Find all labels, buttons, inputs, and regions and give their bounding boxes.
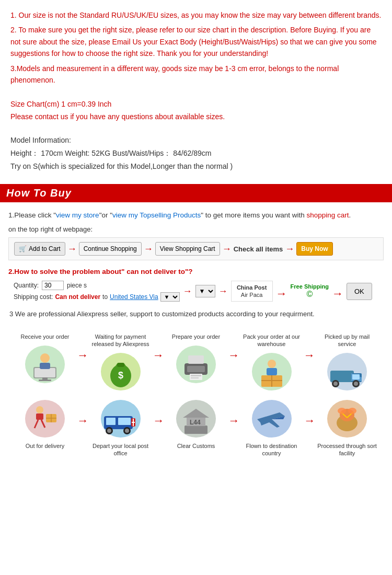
flow-label-receive: Receive your order bbox=[21, 333, 70, 340]
quantity-input[interactable] bbox=[42, 281, 64, 290]
flow-label-plane: Flown to destination country bbox=[240, 442, 303, 457]
svg-rect-17 bbox=[191, 375, 201, 376]
svg-text:L44: L44 bbox=[190, 419, 201, 426]
top-right-note: on the top right of webpage: bbox=[8, 225, 384, 233]
cart-icon: 🛒 bbox=[19, 245, 27, 252]
flow-item-payment: Waiting for payment released by Aliexpre… bbox=[89, 333, 152, 393]
arrow-double-2: → bbox=[218, 286, 228, 297]
flow-arrow-1: → bbox=[77, 349, 88, 362]
size-chart-section: Size Chart(cm) 1 cm=0.39 Inch Please con… bbox=[0, 94, 392, 129]
banner-line bbox=[77, 192, 386, 194]
flow-icon-plane bbox=[248, 398, 295, 440]
how-to-buy-banner: How To Buy bbox=[0, 184, 392, 202]
flow-icon-depart bbox=[97, 398, 144, 440]
flow-label-delivery: Out for delivery bbox=[26, 442, 65, 450]
size-notes-section: 1. Our size is not the Standard RU/US/UK… bbox=[0, 0, 392, 94]
buy-now-button[interactable]: Buy Now bbox=[296, 242, 332, 256]
flow-label-payment: Waiting for payment released by Aliexpre… bbox=[89, 333, 152, 348]
svg-rect-3 bbox=[42, 377, 48, 380]
flow-label-customs: Clear Customs bbox=[177, 442, 215, 450]
flow-icon-pack bbox=[248, 351, 295, 393]
svg-rect-21 bbox=[267, 368, 277, 375]
note-1: 1. Our size is not the Standard RU/US/UK… bbox=[10, 9, 382, 21]
model-info-label: Model Information: bbox=[10, 134, 382, 147]
shipping-cost-label: Shipping cost: bbox=[14, 293, 53, 301]
flow-arrow-3: → bbox=[228, 349, 239, 362]
shipping-dropdown[interactable]: ▼ bbox=[160, 292, 180, 302]
flow-arrow-6: ← bbox=[153, 414, 164, 428]
note-2: 2. To make sure you get the right size, … bbox=[10, 24, 382, 59]
shopping-cart-link[interactable]: shopping cart bbox=[306, 211, 349, 219]
arrow-double-1: → bbox=[183, 286, 192, 297]
svg-point-33 bbox=[354, 382, 358, 386]
arrow-double-3: → bbox=[276, 287, 287, 301]
svg-rect-16 bbox=[190, 374, 202, 380]
svg-rect-44 bbox=[106, 418, 116, 425]
quantity-label: Quantity: bbox=[14, 282, 39, 289]
step2-suffix: "? bbox=[185, 268, 193, 275]
flow-icon-sort bbox=[324, 398, 371, 440]
size-chart-line2: Please contact us if you have any questi… bbox=[10, 111, 382, 123]
step3-text: 3 We are professional Aliexpress seller,… bbox=[8, 309, 384, 319]
to-label: to bbox=[102, 293, 108, 301]
flow-icon-receive bbox=[21, 343, 68, 385]
step1-or: "or " bbox=[99, 211, 112, 219]
china-post-box: China Post Air Paca bbox=[231, 281, 273, 302]
view-shopping-cart-button[interactable]: View Shopping Cart bbox=[155, 242, 220, 256]
svg-point-35 bbox=[36, 406, 43, 413]
ok-label: OK bbox=[354, 288, 364, 295]
svg-rect-29 bbox=[352, 374, 360, 380]
us-via-label: United States Via bbox=[110, 293, 158, 301]
flow-arrow-7: ← bbox=[228, 414, 239, 428]
svg-point-5 bbox=[40, 353, 50, 363]
flow-item-plane: Flown to destination country bbox=[240, 398, 303, 461]
svg-rect-6 bbox=[40, 363, 50, 369]
continue-shopping-label: Continue Shopping bbox=[84, 245, 137, 252]
step2-prefix: 2.How to solve the problem about" bbox=[8, 268, 126, 275]
arrow-3: → bbox=[222, 244, 232, 255]
flow-row-1: Receive your order bbox=[14, 333, 378, 393]
model-tryon: Try on S(which is specialized for this M… bbox=[10, 160, 382, 173]
svg-point-31 bbox=[333, 382, 338, 386]
flow-icon-prepare bbox=[172, 343, 220, 385]
view-topselling-link[interactable]: view my Topselling Products bbox=[112, 211, 201, 219]
flow-item-pack: Pack your order at our warehouse bbox=[240, 333, 303, 393]
size-chart-line1: Size Chart(cm) 1 cm=0.39 Inch bbox=[10, 98, 382, 111]
shipping-diagram: Quantity: piece s Shipping cost: Can not… bbox=[8, 281, 384, 302]
quantity-row: Quantity: piece s bbox=[14, 281, 180, 290]
flow-arrow-4: → bbox=[304, 349, 315, 362]
flow-label-pack: Pack your order at our warehouse bbox=[240, 333, 303, 348]
flow-item-sort: Processed through sort facility bbox=[316, 398, 378, 461]
check-all-items-label: Check all items bbox=[234, 245, 283, 253]
svg-point-64 bbox=[338, 408, 346, 414]
arrow-1: → bbox=[67, 244, 77, 255]
svg-rect-36 bbox=[36, 413, 43, 420]
add-to-cart-button[interactable]: 🛒 Add to Cart bbox=[14, 242, 65, 256]
flow-icon-delivery bbox=[21, 398, 68, 440]
piece-label: piece s bbox=[67, 282, 87, 289]
step1-end: . bbox=[349, 211, 351, 219]
free-shipping-label: Free Shipping bbox=[291, 283, 329, 290]
how-to-buy-title: How To Buy bbox=[6, 187, 72, 199]
view-store-link[interactable]: view my store bbox=[56, 211, 99, 219]
shipping-method-dropdown[interactable]: ▼ bbox=[195, 285, 215, 297]
flow-icon-payment: $ bbox=[97, 351, 144, 393]
note-3: 3.Models and measurement in a different … bbox=[10, 63, 382, 86]
ok-button[interactable]: OK bbox=[347, 283, 372, 300]
flow-item-delivery: Out for delivery bbox=[14, 398, 76, 453]
arrow-2: → bbox=[144, 244, 153, 255]
svg-point-20 bbox=[268, 360, 276, 368]
svg-rect-4 bbox=[39, 380, 51, 381]
shipping-left-panel: Quantity: piece s Shipping cost: Can not… bbox=[14, 281, 180, 302]
view-cart-label: View Shopping Cart bbox=[160, 245, 215, 252]
svg-point-34 bbox=[25, 400, 65, 438]
continue-shopping-button[interactable]: Continue Shopping bbox=[79, 242, 142, 256]
free-shipping-box: Free Shipping © bbox=[291, 283, 329, 299]
svg-rect-54 bbox=[185, 426, 207, 434]
flow-arrow-2: → bbox=[153, 349, 164, 362]
flow-icon-customs: L44 bbox=[172, 398, 220, 440]
china-post-title: China Post bbox=[237, 284, 267, 291]
svg-point-47 bbox=[107, 429, 111, 433]
buy-now-label: Buy Now bbox=[301, 245, 328, 252]
order-flow: Receive your order bbox=[8, 328, 384, 469]
